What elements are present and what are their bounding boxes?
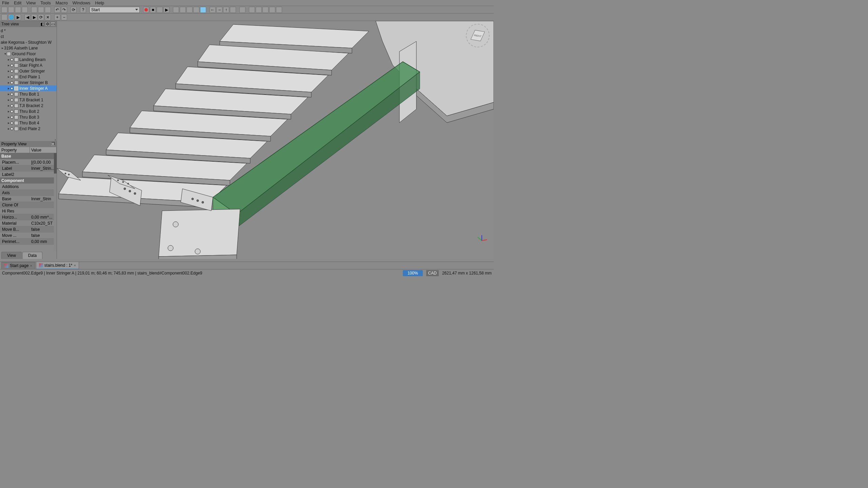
zoom-in-button[interactable]: + xyxy=(54,14,60,20)
doc-tab-start[interactable]: Start page × xyxy=(1,262,35,269)
panel-gear-icon[interactable]: ⚙ xyxy=(45,22,50,26)
nav-back-button[interactable]: ◀ xyxy=(24,14,31,20)
tree-item[interactable]: ▸Thru Bolt 3 xyxy=(0,114,57,120)
prop-row[interactable]: Perimet...0,00 mm xyxy=(0,239,57,245)
tree-item[interactable]: ▸Outer Stringer xyxy=(0,68,57,74)
macro-record-button[interactable] xyxy=(143,7,149,13)
sync-view-button[interactable] xyxy=(200,7,206,13)
home-button[interactable] xyxy=(1,14,7,20)
navigation-cube[interactable]: RIGHT xyxy=(466,24,490,47)
prop-row[interactable]: Additions xyxy=(0,184,57,190)
nav-stop-button[interactable]: ✕ xyxy=(45,14,51,20)
nav-up-button[interactable]: ↑ xyxy=(223,7,229,13)
group-button[interactable] xyxy=(256,7,262,13)
panel-minimize-icon[interactable]: ▭ xyxy=(51,22,55,26)
open-button[interactable] xyxy=(8,7,14,13)
visibility-icon[interactable] xyxy=(10,104,14,107)
panel-float-icon[interactable]: ◧ xyxy=(40,22,44,26)
tree-view[interactable]: d * ct ake Kegonsa - Stoughton W ▸3196 A… xyxy=(0,27,57,139)
new-button[interactable] xyxy=(1,7,7,13)
nav-link-button[interactable] xyxy=(230,7,236,13)
tree-doc[interactable]: ct xyxy=(0,34,57,39)
prop-row[interactable]: Move ...false xyxy=(0,232,57,239)
workbench-select[interactable]: Start xyxy=(90,7,140,13)
close-icon[interactable]: × xyxy=(30,264,32,268)
col-value[interactable]: Value xyxy=(30,147,57,153)
tree-item[interactable]: ▸Stair Flight A xyxy=(0,62,57,68)
nav-left-button[interactable]: ← xyxy=(210,7,216,13)
tab-view[interactable]: View xyxy=(1,252,22,259)
visibility-icon[interactable] xyxy=(10,93,14,96)
prop-row[interactable]: MaterialC10x20_ST xyxy=(0,220,57,226)
copy-button[interactable] xyxy=(38,7,44,13)
menu-view[interactable]: View xyxy=(26,0,36,5)
draw-style-button[interactable] xyxy=(186,7,193,13)
nav-next-button[interactable]: ▶ xyxy=(15,14,21,20)
zoom-indicator[interactable]: 100% xyxy=(403,270,423,276)
nav-reload-button[interactable]: ⟳ xyxy=(38,14,44,20)
world-button[interactable]: 🌐 xyxy=(8,14,14,20)
visibility-icon[interactable] xyxy=(10,69,14,73)
visibility-icon[interactable] xyxy=(10,127,14,130)
menu-file[interactable]: File xyxy=(2,0,9,5)
menu-windows[interactable]: Windows xyxy=(73,0,91,5)
doc-tab-stairs[interactable]: stairs.blend : 1* × xyxy=(36,262,79,269)
tree-group-floor[interactable]: ▾Ground Floor xyxy=(0,51,57,57)
tree-item[interactable]: ▸Landing Beam xyxy=(0,57,57,62)
prop-row[interactable]: Horizo...0,00 mm^... xyxy=(0,214,57,220)
nav-style-indicator[interactable]: CAD xyxy=(426,270,439,276)
macro-edit-button[interactable] xyxy=(157,7,163,13)
macro-play-button[interactable]: ▶ xyxy=(163,7,170,13)
paste-button[interactable] xyxy=(45,7,51,13)
prop-row[interactable]: Label2 xyxy=(0,171,57,178)
visibility-icon[interactable] xyxy=(10,116,14,119)
fit-all-button[interactable] xyxy=(173,7,179,13)
prop-row[interactable]: Axis xyxy=(0,190,57,196)
prop-row[interactable]: Move B...false xyxy=(0,226,57,232)
visibility-icon[interactable] xyxy=(10,75,14,79)
prop-row[interactable]: Placem...[(0,00 0,00 xyxy=(0,159,57,165)
macro-stop-button[interactable]: ■ xyxy=(150,7,156,13)
close-icon[interactable]: × xyxy=(74,263,76,267)
tree-item[interactable]: ▸End Plate 1 xyxy=(0,74,57,80)
visibility-icon[interactable] xyxy=(10,121,14,125)
visibility-icon[interactable] xyxy=(10,98,14,102)
tree-item[interactable]: ▸TJI Bracket 2 xyxy=(0,103,57,108)
tree-root[interactable]: d * xyxy=(0,28,57,34)
part-button[interactable] xyxy=(249,7,255,13)
link-button[interactable] xyxy=(262,7,269,13)
col-property[interactable]: Property xyxy=(0,147,30,153)
panel-splitter[interactable]: › xyxy=(0,139,57,141)
tab-data[interactable]: Data xyxy=(22,252,42,259)
visibility-icon[interactable] xyxy=(10,64,14,67)
menu-edit[interactable]: Edit xyxy=(14,0,21,5)
print-button[interactable] xyxy=(22,7,28,13)
3d-viewport[interactable]: RIGHT xyxy=(57,21,494,259)
bounding-box-button[interactable] xyxy=(193,7,199,13)
prop-row[interactable]: Hi Res xyxy=(0,208,57,214)
menu-tools[interactable]: Tools xyxy=(40,0,51,5)
save-button[interactable] xyxy=(15,7,21,13)
tree-item[interactable]: ▸Thru Bolt 2 xyxy=(0,108,57,114)
prop-row[interactable]: BaseInner_Strin xyxy=(0,196,57,202)
visibility-icon[interactable] xyxy=(10,87,14,90)
cut-button[interactable] xyxy=(31,7,37,13)
menu-help[interactable]: Help xyxy=(95,0,104,5)
undo-button[interactable]: ↶ xyxy=(54,7,60,13)
tree-item[interactable]: ▸TJI Bracket 1 xyxy=(0,97,57,103)
tree-item-selected[interactable]: ▸Inner Stringer A xyxy=(0,85,57,91)
tree-item[interactable]: ▸End Plate 2 xyxy=(0,126,57,131)
tree-item[interactable]: ▸Thru Bolt 4 xyxy=(0,120,57,126)
measure-button[interactable] xyxy=(239,7,245,13)
zoom-out-button[interactable]: − xyxy=(61,14,67,20)
fit-selection-button[interactable] xyxy=(180,7,186,13)
prop-row[interactable]: LabelInner_Strin... xyxy=(0,165,57,171)
redo-button[interactable]: ↷ xyxy=(61,7,67,13)
tree-site[interactable]: ake Kegonsa - Stoughton W xyxy=(0,39,57,45)
nav-right-button[interactable]: → xyxy=(216,7,222,13)
prop-row[interactable]: Clone Of xyxy=(0,202,57,208)
link-group-button[interactable] xyxy=(269,7,275,13)
visibility-icon[interactable] xyxy=(10,81,14,84)
axis-button[interactable] xyxy=(276,7,282,13)
panel-detach-icon[interactable]: ❐ xyxy=(51,142,55,146)
